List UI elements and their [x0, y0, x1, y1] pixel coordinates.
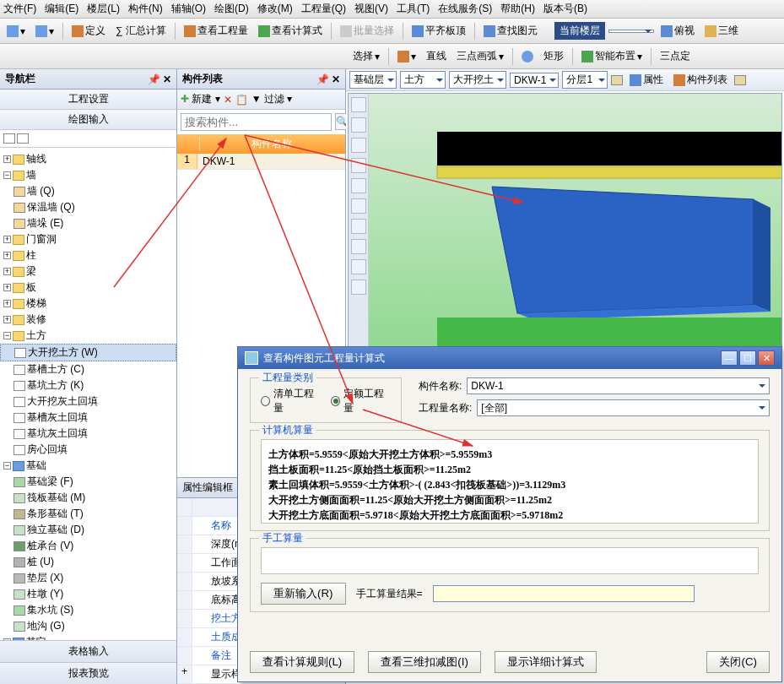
- point-tool[interactable]: ▾: [394, 49, 419, 64]
- dialog-icon: [245, 351, 258, 365]
- 3d-shape: [433, 128, 782, 364]
- props-button[interactable]: 属性: [626, 71, 667, 89]
- new-button[interactable]: ✚ 新建 ▾: [181, 92, 220, 106]
- view-qty-button[interactable]: 查看工程量: [181, 22, 251, 40]
- vp-tool-9[interactable]: [351, 259, 366, 274]
- qty-name-select[interactable]: [全部]: [477, 399, 770, 416]
- dkw1-combo[interactable]: DKW-1: [510, 73, 559, 88]
- vp-tool-7[interactable]: [351, 219, 366, 234]
- overview-button[interactable]: 俯视: [657, 22, 698, 40]
- floor-combo[interactable]: [608, 30, 654, 33]
- qty-name-label: 工程量名称:: [419, 401, 472, 415]
- menu-help[interactable]: 帮助(H): [500, 2, 535, 16]
- snap-icon[interactable]: [611, 75, 623, 85]
- component-pin-icon[interactable]: 📌 ✕: [316, 73, 340, 85]
- vp-tool-5[interactable]: [351, 178, 366, 193]
- menu-edit[interactable]: 编辑(E): [45, 2, 78, 16]
- search-input[interactable]: [181, 113, 332, 131]
- nav-tree[interactable]: +轴线 −墙 墙 (Q) 保温墙 (Q) 墙垛 (E) +门窗洞 +柱 +梁 +…: [0, 148, 176, 640]
- menu-component[interactable]: 构件(N): [128, 2, 163, 16]
- svg-marker-2: [492, 187, 754, 313]
- qty-type-label: 工程量类别: [259, 371, 316, 385]
- menu-aux[interactable]: 辅轴(O): [171, 2, 206, 16]
- nav-pane: 导航栏📌 ✕ 工程设置 绘图输入 +轴线 −墙 墙 (Q) 保温墙 (Q) 墙垛…: [0, 69, 177, 684]
- arc-tool[interactable]: 三点画弧 ▾: [453, 47, 507, 65]
- floor-label: 当前楼层: [554, 22, 605, 40]
- rule-button[interactable]: 查看计算规则(L): [250, 651, 354, 673]
- delete-button[interactable]: ✕: [224, 94, 232, 106]
- list-row-1[interactable]: 1DKW-1: [177, 154, 345, 170]
- find-elem-button[interactable]: 查找图元: [480, 22, 541, 40]
- nav-section-project[interactable]: 工程设置: [0, 90, 176, 110]
- sum-button[interactable]: ∑ 汇总计算: [112, 22, 170, 40]
- dlg-close-button[interactable]: 关闭(C): [706, 651, 770, 673]
- manual-input[interactable]: [261, 547, 759, 574]
- menu-modify[interactable]: 修改(M): [257, 2, 293, 16]
- redo-button[interactable]: ▾: [32, 24, 57, 39]
- nav-section-drawing[interactable]: 绘图输入: [0, 110, 176, 130]
- calc-dialog: 查看构件图元工程量计算式 — ☐ ✕ 工程量类别 清单工程量 定额工程量 构件名…: [237, 346, 782, 682]
- circle-tool[interactable]: [518, 49, 537, 64]
- vp-tool-2[interactable]: [351, 117, 366, 133]
- list-button[interactable]: 构件列表: [670, 71, 731, 89]
- menu-service[interactable]: 在线服务(S): [438, 2, 492, 16]
- vp-tool-6[interactable]: [351, 198, 366, 214]
- vp-tool-3[interactable]: [351, 138, 366, 153]
- reinput-button[interactable]: 重新输入(R): [261, 583, 346, 605]
- maximize-button[interactable]: ☐: [739, 350, 756, 366]
- viewbtn-1[interactable]: [3, 133, 15, 144]
- layer-combo[interactable]: 分层1: [562, 71, 608, 89]
- threepoint-tool[interactable]: 三点定: [657, 47, 694, 65]
- nav-table-input[interactable]: 表格输入: [0, 640, 176, 662]
- radio-quota-qty[interactable]: 定额工程量: [331, 387, 391, 415]
- menu-version[interactable]: 版本号(B): [543, 2, 587, 16]
- dkw-combo[interactable]: 大开挖土: [449, 71, 506, 89]
- vp-tool-8[interactable]: [351, 239, 366, 254]
- base-combo[interactable]: 基础层: [349, 71, 397, 89]
- flat-top-button[interactable]: 平齐板顶: [408, 22, 469, 40]
- manual-result-label: 手工算量结果=: [356, 587, 423, 601]
- detail-button[interactable]: 显示详细计算式: [495, 651, 597, 673]
- svg-marker-3: [754, 199, 770, 312]
- comp-name-select[interactable]: DKW-1: [467, 377, 770, 394]
- menu-draw[interactable]: 绘图(D): [214, 2, 249, 16]
- smart-tool[interactable]: 智能布置 ▾: [578, 47, 646, 65]
- deduct-button[interactable]: 查看三维扣减图(I): [368, 651, 481, 673]
- menu-tool[interactable]: 工具(T): [397, 2, 430, 16]
- close-button[interactable]: ✕: [758, 350, 775, 366]
- opt-icon[interactable]: [734, 75, 746, 85]
- manual-result-value: [433, 585, 695, 602]
- dialog-title: 查看构件图元工程量计算式: [263, 351, 385, 366]
- manual-calc-label: 手工算量: [259, 531, 306, 546]
- viewbtn-2[interactable]: [17, 133, 29, 144]
- toolbar-draw: 选择 ▾ ▾ 直线 三点画弧 ▾ 矩形 智能布置 ▾ 三点定: [0, 44, 784, 69]
- menu-file[interactable]: 文件(F): [3, 2, 36, 16]
- vp-tool-10[interactable]: [351, 280, 366, 295]
- line-tool[interactable]: 直线: [423, 47, 450, 65]
- 3d-button[interactable]: 三维: [701, 22, 742, 40]
- nav-pin-icon[interactable]: 📌 ✕: [148, 73, 171, 85]
- copy-button[interactable]: 📋: [235, 94, 248, 106]
- menu-qty[interactable]: 工程量(Q): [301, 2, 346, 16]
- toolbar-main: ▾ ▾ 定义 ∑ 汇总计算 查看工程量 查看计算式 批量选择 平齐板顶 查找图元…: [0, 19, 784, 44]
- component-title: 构件列表: [182, 72, 223, 86]
- define-button[interactable]: 定义: [68, 22, 109, 40]
- menu-floor[interactable]: 楼层(L): [87, 2, 120, 16]
- tree-item-dkw[interactable]: 大开挖土方 (W): [0, 344, 176, 361]
- batch-select-button[interactable]: 批量选择: [337, 22, 397, 40]
- filter-button[interactable]: ▼ 过滤 ▾: [251, 92, 293, 106]
- svg-rect-1: [437, 166, 782, 178]
- rect-tool[interactable]: 矩形: [540, 47, 567, 65]
- earth-combo[interactable]: 土方: [400, 71, 446, 89]
- select-tool[interactable]: 选择 ▾: [349, 47, 383, 65]
- vp-tool-4[interactable]: [351, 158, 366, 173]
- vp-tool-1[interactable]: [351, 97, 366, 112]
- radio-list-qty[interactable]: 清单工程量: [261, 387, 321, 415]
- list-header: 构件名称: [177, 134, 345, 154]
- view-calc-button[interactable]: 查看计算式: [255, 22, 326, 40]
- nav-report-preview[interactable]: 报表预览: [0, 662, 176, 684]
- minimize-button[interactable]: —: [721, 350, 738, 366]
- menu-view[interactable]: 视图(V): [354, 2, 388, 16]
- menu-bar: 文件(F) 编辑(E) 楼层(L) 构件(N) 辅轴(O) 绘图(D) 修改(M…: [0, 0, 784, 19]
- undo-button[interactable]: ▾: [3, 24, 29, 39]
